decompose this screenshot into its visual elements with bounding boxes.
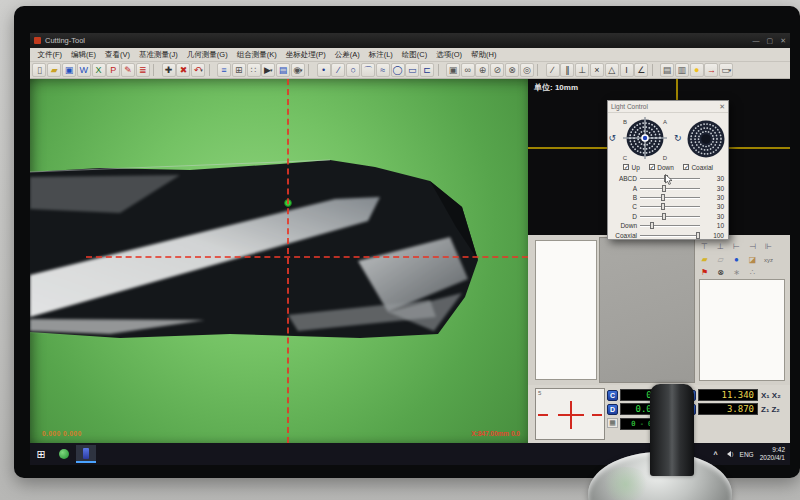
spline-tool-button[interactable]: ≈	[376, 63, 390, 77]
grid-snap-button[interactable]: ∷	[247, 63, 261, 77]
stage-position-map[interactable]: 5	[535, 388, 605, 440]
clipboard-button[interactable]: ▤	[276, 63, 290, 77]
annotate-button[interactable]: ✎	[121, 63, 135, 77]
datum-top-icon[interactable]: ⊤	[698, 241, 711, 252]
up-light-checkbox[interactable]: ✓Up	[623, 164, 640, 171]
menu-item[interactable]: 公差(A)	[330, 50, 364, 60]
menu-item[interactable]: 基准测量(J)	[135, 50, 183, 60]
light-control-button[interactable]: ●	[690, 63, 704, 77]
menu-item[interactable]: 标注(L)	[364, 50, 397, 60]
coaxial-ring-light[interactable]	[684, 115, 728, 161]
undo-button[interactable]: ↶▾	[191, 63, 205, 77]
down-slider[interactable]	[640, 221, 700, 230]
view-options-button[interactable]: ▭▾	[719, 63, 733, 77]
combine-intersect-button[interactable]: ⊕	[475, 63, 489, 77]
dialog-title-bar[interactable]: Light Control ✕	[608, 101, 728, 113]
construct-triangle-button[interactable]: △	[605, 63, 619, 77]
dro-view-button[interactable]: ▥	[675, 63, 689, 77]
delete-item-button[interactable]: ✖	[176, 63, 190, 77]
construct-parallel-button[interactable]: ∥	[560, 63, 574, 77]
start-button[interactable]: ⊞	[30, 448, 52, 461]
xyz-readout-icon[interactable]: xyz	[762, 254, 775, 265]
construct-axis-button[interactable]: I	[620, 63, 634, 77]
browser-taskbar-icon[interactable]	[54, 445, 74, 463]
slider-thumb[interactable]	[650, 222, 654, 229]
menu-item[interactable]: 查看(V)	[101, 50, 135, 60]
cutting-tool-taskbar-icon[interactable]	[76, 445, 96, 463]
line-tool-button[interactable]: ∕	[331, 63, 345, 77]
program-list-button[interactable]: ≡	[217, 63, 231, 77]
graphics-preview[interactable]	[599, 237, 695, 383]
export-pdf-button[interactable]: P	[106, 63, 120, 77]
speaker-icon[interactable]: )	[724, 451, 734, 457]
coaxial-light-checkbox[interactable]: ✓Coaxial	[683, 164, 713, 171]
measurement-list[interactable]	[535, 240, 597, 380]
tray-expand-icon[interactable]: ^	[714, 451, 718, 458]
grid-button[interactable]: ⊞	[232, 63, 246, 77]
step-plus-icon[interactable]: ∴	[746, 267, 759, 278]
menu-item[interactable]: 选项(O)	[432, 50, 467, 60]
blank-part-icon[interactable]: ▱	[714, 254, 727, 265]
rotate-cw-icon[interactable]: ↻	[674, 134, 682, 143]
menu-item[interactable]: 组合测量(K)	[232, 50, 281, 60]
slider-thumb[interactable]	[661, 194, 665, 201]
dro-d-button[interactable]: D	[607, 404, 618, 415]
dro-c-button[interactable]: C	[607, 390, 618, 401]
circle-tool-button[interactable]: ○	[346, 63, 360, 77]
slider-thumb[interactable]	[661, 203, 665, 210]
down-light-checkbox[interactable]: ✓Down	[649, 164, 674, 171]
b-slider[interactable]	[640, 193, 700, 202]
close-button[interactable]: ✕	[780, 37, 786, 45]
menu-item[interactable]: 编辑(E)	[67, 50, 101, 60]
export-excel-button[interactable]: X	[92, 63, 106, 77]
capture-button[interactable]: ◉▾	[291, 63, 305, 77]
new-part-icon[interactable]: ▰	[698, 254, 711, 265]
ellipse-tool-button[interactable]: ◯	[391, 63, 405, 77]
pointer-tool-button[interactable]: ▶▾	[261, 63, 275, 77]
menu-item[interactable]: 帮助(H)	[467, 50, 501, 60]
construct-symmetry-button[interactable]: ×	[590, 63, 604, 77]
dialog-close-icon[interactable]: ✕	[719, 103, 725, 111]
construct-perpendicular-button[interactable]: ⊥	[575, 63, 589, 77]
quadrant-ring-light[interactable]: B A C D	[618, 115, 672, 161]
combine-distance-button[interactable]: ⊘	[490, 63, 504, 77]
construct-angle-button[interactable]: ∠	[634, 63, 648, 77]
stage-control-button[interactable]: →	[704, 63, 718, 77]
slot-tool-button[interactable]: ⊏	[420, 63, 434, 77]
eraser-icon[interactable]: ◪	[746, 254, 759, 265]
save-file-button[interactable]: ▣	[62, 63, 76, 77]
d-slider[interactable]	[640, 212, 700, 221]
slider-thumb[interactable]	[662, 213, 666, 220]
slider-thumb[interactable]	[696, 232, 700, 239]
language-indicator[interactable]: ENG	[740, 451, 754, 458]
minimize-button[interactable]: —	[753, 37, 760, 45]
report-view-button[interactable]: ▤	[660, 63, 674, 77]
datum-right-icon[interactable]: ⊣	[746, 241, 759, 252]
roi-tool-button[interactable]: ▣	[446, 63, 460, 77]
focus-tool-button[interactable]: ◎	[520, 63, 534, 77]
menu-item[interactable]: 几何测量(G)	[182, 50, 232, 60]
feature-list[interactable]	[699, 279, 785, 381]
combine-angle-button[interactable]: ⊗	[505, 63, 519, 77]
open-file-button[interactable]: ▰	[47, 63, 61, 77]
export-word-button[interactable]: W	[77, 63, 91, 77]
point-tool-button[interactable]: •	[317, 63, 331, 77]
c-slider[interactable]	[640, 202, 700, 211]
stop-program-icon[interactable]: ⊗	[714, 267, 727, 278]
rect-tool-button[interactable]: ▭	[405, 63, 419, 77]
menu-item[interactable]: 坐标处理(P)	[281, 50, 330, 60]
taskbar-clock[interactable]: 9:42 2020/4/1	[760, 446, 785, 462]
select-cursor-button[interactable]: ✚	[162, 63, 176, 77]
new-file-button[interactable]: ▯	[32, 63, 46, 77]
datum-center-icon[interactable]: ⊩	[762, 241, 775, 252]
datum-bottom-icon[interactable]: ⊥	[714, 241, 727, 252]
record-button[interactable]: ≣	[136, 63, 150, 77]
coaxial-slider[interactable]	[640, 231, 700, 240]
rotate-ccw-icon[interactable]: ↺	[608, 134, 616, 143]
menu-item[interactable]: 绘图(C)	[397, 50, 431, 60]
combine-tangent-button[interactable]: ∞	[461, 63, 475, 77]
slider-thumb[interactable]	[662, 185, 666, 192]
maximize-button[interactable]: ▢	[767, 37, 774, 45]
step-minus-icon[interactable]: ∗	[730, 267, 743, 278]
datum-left-icon[interactable]: ⊢	[730, 241, 743, 252]
